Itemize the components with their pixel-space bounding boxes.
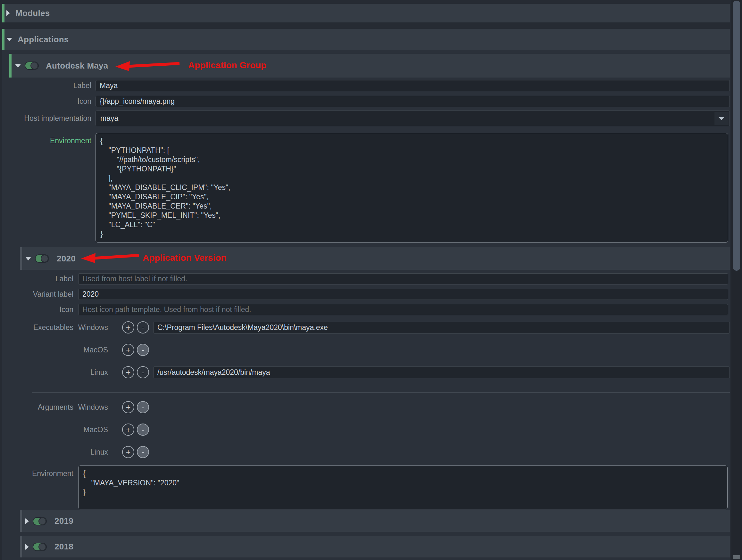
settings-page: Modules Applications Autodesk Maya Appli… xyxy=(0,0,742,560)
version-2018-caret-right-icon[interactable] xyxy=(25,544,29,550)
version-2020-title: 2020 xyxy=(57,254,75,264)
annotation-application-version: Application Version xyxy=(143,253,226,263)
arguments-linux-add-button[interactable]: + xyxy=(122,446,134,458)
executables-windows-remove-button[interactable]: - xyxy=(137,321,149,334)
version-2020-caret-down-icon[interactable] xyxy=(25,257,31,261)
variant-label-input[interactable] xyxy=(78,289,728,300)
arguments-macos-add-button[interactable]: + xyxy=(122,424,134,436)
executables-windows-path-input[interactable] xyxy=(153,322,730,334)
vertical-scrollbar-thumb[interactable] xyxy=(733,1,740,271)
version-icon-field-label: Icon xyxy=(13,304,73,315)
arguments-macos-remove-button[interactable]: - xyxy=(137,424,149,436)
version-2018-enabled-toggle[interactable] xyxy=(33,543,47,551)
section-header-applications[interactable]: Applications xyxy=(2,29,730,50)
host-implementation-label: Host implementation xyxy=(19,111,91,126)
arguments-macos-label: MacOS xyxy=(77,423,108,437)
version-2018-left-bar xyxy=(20,536,22,557)
modules-accent-bar xyxy=(2,4,4,22)
executables-windows-label: Windows xyxy=(77,320,108,335)
version-2018-toggle-knob xyxy=(39,543,46,551)
version-environment-label: Environment xyxy=(13,469,73,478)
executables-linux-path-input[interactable] xyxy=(153,367,730,378)
arguments-windows-add-button[interactable]: + xyxy=(122,401,134,413)
maya-environment-textarea[interactable]: { "PYTHONPATH": [ "//path/to/custom/scri… xyxy=(96,133,728,242)
maya-icon-input[interactable] xyxy=(96,96,730,107)
version-2020-enabled-toggle[interactable] xyxy=(35,255,49,263)
version-label-input[interactable] xyxy=(78,273,728,284)
version-2020-left-bar xyxy=(20,247,22,270)
arguments-group-label: Arguments xyxy=(13,400,73,414)
version-icon-input[interactable] xyxy=(78,304,728,315)
host-implementation-select[interactable]: maya xyxy=(96,111,730,126)
maya-accent-bar xyxy=(9,54,11,77)
scrollbar-corner xyxy=(733,555,740,559)
version-2018-title: 2018 xyxy=(54,542,73,552)
variant-label-field-label: Variant label xyxy=(13,289,73,300)
version-2019-title: 2019 xyxy=(54,516,73,526)
version-header-2018[interactable]: 2018 xyxy=(20,536,730,557)
maya-toggle-knob xyxy=(31,62,38,69)
annotation-arrow-application-group xyxy=(114,59,181,73)
arguments-windows-remove-button[interactable]: - xyxy=(137,401,149,413)
maya-caret-down-icon[interactable] xyxy=(15,64,21,68)
executables-windows-add-button[interactable]: + xyxy=(122,321,134,334)
maya-environment-label: Environment xyxy=(19,136,91,146)
version-environment-textarea[interactable]: { "MAYA_VERSION": "2020" } xyxy=(78,465,728,509)
executables-macos-label: MacOS xyxy=(77,343,108,357)
executables-arguments-divider xyxy=(32,392,730,393)
host-implementation-value: maya xyxy=(100,114,118,123)
modules-caret-right-icon[interactable] xyxy=(6,10,10,16)
applications-title: Applications xyxy=(18,35,69,45)
executables-macos-remove-button[interactable]: - xyxy=(137,344,149,356)
arguments-windows-label: Windows xyxy=(77,400,108,414)
host-implementation-dropdown-button[interactable] xyxy=(714,112,729,125)
executables-macos-add-button[interactable]: + xyxy=(122,344,134,356)
executables-linux-add-button[interactable]: + xyxy=(122,366,134,378)
version-2019-enabled-toggle[interactable] xyxy=(33,517,47,525)
chevron-down-icon xyxy=(718,117,725,120)
version-2019-left-bar xyxy=(20,510,22,532)
executables-linux-label: Linux xyxy=(77,365,108,380)
version-header-2019[interactable]: 2019 xyxy=(20,510,730,532)
maya-label-field-label: Label xyxy=(19,80,91,91)
version-2019-caret-right-icon[interactable] xyxy=(25,518,29,524)
applications-caret-down-icon[interactable] xyxy=(6,38,12,41)
maya-enabled-toggle[interactable] xyxy=(25,61,39,70)
modules-title: Modules xyxy=(15,8,50,18)
maya-label-input[interactable] xyxy=(96,80,730,91)
executables-group-label: Executables xyxy=(13,320,73,335)
arguments-linux-remove-button[interactable]: - xyxy=(137,446,149,458)
executables-linux-remove-button[interactable]: - xyxy=(137,366,149,378)
section-header-modules[interactable]: Modules xyxy=(2,4,730,22)
maya-icon-field-label: Icon xyxy=(19,96,91,107)
arguments-linux-label: Linux xyxy=(77,445,108,459)
annotation-arrow-application-version xyxy=(80,251,141,265)
version-label-field-label: Label xyxy=(13,273,73,284)
version-2019-toggle-knob xyxy=(39,517,46,525)
version-2020-toggle-knob xyxy=(41,255,48,262)
maya-group-title: Autodesk Maya xyxy=(46,61,108,71)
annotation-application-group: Application Group xyxy=(188,60,266,70)
applications-accent-bar xyxy=(2,29,4,50)
